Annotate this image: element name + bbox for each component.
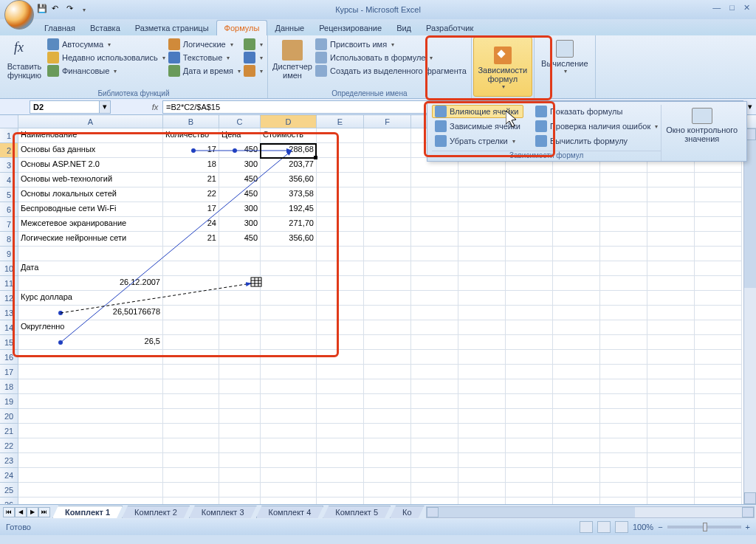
cell[interactable] [18, 497, 163, 504]
cell[interactable] [317, 261, 364, 276]
cell[interactable] [364, 217, 411, 232]
cell[interactable] [18, 483, 163, 497]
cell[interactable] [458, 409, 506, 424]
cell[interactable] [553, 394, 600, 409]
sheet-tab[interactable]: Комплект 3 [189, 506, 257, 518]
cell[interactable] [458, 438, 506, 453]
cell[interactable] [506, 453, 553, 468]
qat-dropdown-icon[interactable]: ▾ [83, 7, 86, 13]
cell[interactable] [18, 468, 163, 483]
cell[interactable] [506, 424, 553, 438]
cell[interactable] [695, 261, 742, 276]
cell[interactable] [317, 158, 364, 173]
cell[interactable] [458, 379, 506, 394]
cell[interactable] [695, 394, 742, 409]
cell[interactable] [261, 453, 317, 468]
cell[interactable] [411, 232, 458, 247]
cell[interactable] [506, 320, 553, 335]
cell[interactable] [364, 438, 411, 453]
prev-sheet-icon[interactable]: ◀ [15, 507, 27, 517]
cell[interactable] [364, 379, 411, 394]
cell[interactable] [317, 453, 364, 468]
formula-dependencies-button[interactable]: Зависимости формул ▾ [473, 37, 532, 97]
cell[interactable] [364, 306, 411, 320]
cell[interactable] [411, 247, 458, 261]
cell[interactable] [317, 483, 364, 497]
cell[interactable] [553, 173, 600, 187]
row-header[interactable]: 16 [0, 350, 18, 365]
cell[interactable] [219, 438, 261, 453]
cell[interactable] [506, 232, 553, 247]
cell[interactable] [458, 306, 506, 320]
row-header[interactable]: 14 [0, 320, 18, 335]
cell[interactable]: Курс доллара [18, 291, 163, 306]
row-header[interactable]: 19 [0, 394, 18, 409]
cell[interactable] [506, 173, 553, 187]
cell[interactable]: 271,70 [261, 217, 317, 232]
cell[interactable]: 373,58 [261, 187, 317, 202]
cell[interactable]: 300 [219, 202, 261, 217]
cell[interactable] [219, 394, 261, 409]
cell[interactable] [647, 497, 695, 504]
cell[interactable]: 21 [163, 232, 219, 247]
cell[interactable] [695, 335, 742, 350]
ribbon-item[interactable]: Создать из выделенного фрагмента [315, 65, 467, 77]
zoom-level[interactable]: 100% [633, 523, 653, 531]
cell[interactable]: 300 [219, 217, 261, 232]
cell[interactable]: Основы баз данных [18, 143, 163, 158]
ribbon-item[interactable]: Присвоить имя▾ [315, 38, 467, 50]
cell[interactable] [317, 320, 364, 335]
insert-function-button[interactable]: fx Вставить функцию [4, 37, 44, 89]
cell[interactable] [411, 483, 458, 497]
cell[interactable] [261, 247, 317, 261]
cell[interactable] [261, 291, 317, 306]
cell[interactable] [647, 394, 695, 409]
cell[interactable] [163, 394, 219, 409]
zoom-slider[interactable] [667, 526, 741, 528]
cell[interactable] [411, 365, 458, 379]
cell[interactable] [458, 365, 506, 379]
row-header[interactable]: 22 [0, 438, 18, 453]
cell[interactable] [411, 202, 458, 217]
cell[interactable] [506, 468, 553, 483]
cell[interactable]: 203,77 [261, 158, 317, 173]
cell[interactable] [695, 202, 742, 217]
cell[interactable] [317, 468, 364, 483]
cell[interactable] [18, 438, 163, 453]
cell[interactable] [695, 468, 742, 483]
column-header[interactable]: C [219, 115, 261, 128]
cell[interactable] [553, 365, 600, 379]
cell[interactable] [261, 394, 317, 409]
cell[interactable] [695, 291, 742, 306]
cell[interactable] [163, 365, 219, 379]
cell[interactable] [553, 261, 600, 276]
sheet-tab[interactable]: Комплект 5 [323, 506, 391, 518]
cell[interactable] [411, 438, 458, 453]
cell[interactable] [364, 424, 411, 438]
cell[interactable] [18, 365, 163, 379]
cell[interactable] [695, 438, 742, 453]
cell[interactable] [163, 306, 219, 320]
cell[interactable] [506, 291, 553, 306]
cell[interactable] [364, 128, 411, 143]
cell[interactable] [411, 320, 458, 335]
ribbon-item[interactable]: Дата и время▾ [168, 65, 241, 77]
cell[interactable] [163, 350, 219, 365]
cell[interactable] [506, 202, 553, 217]
cell[interactable] [219, 306, 261, 320]
cell[interactable] [163, 497, 219, 504]
row-header[interactable]: 21 [0, 424, 18, 438]
column-header[interactable]: D [261, 115, 317, 128]
cell[interactable] [695, 217, 742, 232]
cell[interactable] [364, 335, 411, 350]
popup-item[interactable]: Зависимые ячейки [432, 120, 523, 133]
cell[interactable] [695, 276, 742, 291]
cell[interactable] [219, 365, 261, 379]
cell[interactable] [553, 483, 600, 497]
cell[interactable] [695, 232, 742, 247]
ribbon-tab[interactable]: Формулы [216, 20, 268, 35]
hscroll-thumb[interactable] [439, 507, 635, 517]
cell[interactable] [458, 291, 506, 306]
office-button[interactable] [4, 0, 34, 30]
cell[interactable] [600, 320, 647, 335]
